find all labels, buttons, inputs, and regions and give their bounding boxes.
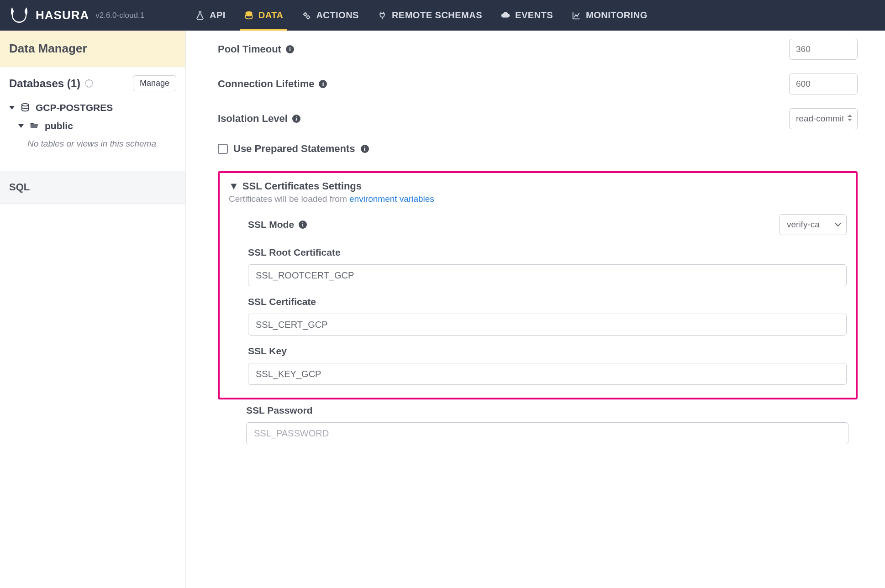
- nav-tab-label: REMOTE SCHEMAS: [392, 10, 482, 21]
- connection-lifetime-row: Connection Lifetime i: [218, 74, 858, 94]
- ssl-mode-row: SSL Mode i: [248, 214, 847, 235]
- database-icon: [19, 103, 31, 113]
- env-vars-link[interactable]: environment variables: [349, 194, 434, 204]
- database-icon: [244, 10, 254, 21]
- ssl-root-cert-label: SSL Root Certificate: [248, 247, 847, 258]
- ssl-cert-block: SSL Certificate: [248, 296, 847, 336]
- nav-tab-data[interactable]: DATA: [235, 0, 293, 31]
- ssl-section-subtitle: Certificates will be loaded from environ…: [229, 194, 847, 204]
- nav-tabs: API DATA ACTIONS REMOTE SCHEMAS EVENTS: [186, 0, 657, 31]
- connection-lifetime-input[interactable]: [789, 74, 858, 94]
- tree-node-schema[interactable]: public: [7, 117, 182, 135]
- folder-open-icon: [28, 121, 40, 131]
- brand-version: v2.6.0-cloud.1: [95, 11, 144, 20]
- top-nav: HASURA v2.6.0-cloud.1 API DATA ACTIONS: [0, 0, 885, 31]
- chevron-down-icon: [18, 124, 24, 128]
- content-pane: Pool Timeout i Connection Lifetime i Iso…: [186, 31, 885, 588]
- isolation-level-select[interactable]: [789, 108, 858, 129]
- brand-area: HASURA v2.6.0-cloud.1: [0, 0, 186, 31]
- use-prepared-row[interactable]: Use Prepared Statements i: [218, 143, 858, 155]
- pool-timeout-label: Pool Timeout: [218, 43, 281, 55]
- ssl-key-input[interactable]: [248, 363, 847, 385]
- checkbox-icon[interactable]: [218, 144, 228, 154]
- connection-lifetime-label: Connection Lifetime: [218, 78, 314, 90]
- nav-tab-label: MONITORING: [586, 10, 648, 21]
- isolation-level-row: Isolation Level i: [218, 108, 858, 129]
- tree-empty-text: No tables or views in this schema: [7, 135, 182, 152]
- info-icon[interactable]: i: [299, 220, 307, 229]
- nav-tab-events[interactable]: EVENTS: [491, 0, 562, 31]
- gear-icon: [301, 10, 311, 21]
- nav-tab-api[interactable]: API: [186, 0, 235, 31]
- ssl-password-label: SSL Password: [246, 405, 848, 416]
- info-icon[interactable]: i: [286, 45, 294, 53]
- tree-node-label: GCP-POSTGRES: [36, 102, 113, 113]
- ssl-key-block: SSL Key: [248, 346, 847, 385]
- nav-tab-actions[interactable]: ACTIONS: [292, 0, 368, 31]
- ssl-password-block: SSL Password: [218, 405, 858, 444]
- ssl-mode-select[interactable]: [779, 214, 847, 235]
- manage-button[interactable]: Manage: [133, 75, 176, 91]
- ssl-mode-label: SSL Mode: [248, 219, 294, 230]
- tree-node-database[interactable]: GCP-POSTGRES: [7, 99, 182, 117]
- hasura-logo-icon: [9, 5, 29, 26]
- nav-tab-monitoring[interactable]: MONITORING: [562, 0, 657, 31]
- info-icon[interactable]: i: [292, 115, 300, 123]
- ssl-section-title: SSL Certificates Settings: [242, 180, 362, 192]
- info-icon[interactable]: i: [361, 145, 369, 153]
- use-prepared-label: Use Prepared Statements: [233, 143, 355, 155]
- nav-tab-remote-schemas[interactable]: REMOTE SCHEMAS: [368, 0, 491, 31]
- databases-label: Databases (1): [9, 77, 93, 90]
- ssl-cert-label: SSL Certificate: [248, 296, 847, 307]
- flask-icon: [195, 10, 205, 21]
- pool-timeout-row: Pool Timeout i: [218, 39, 858, 60]
- databases-header: Databases (1) Manage: [0, 67, 185, 96]
- brand-name: HASURA: [36, 8, 89, 22]
- sidebar-title: Data Manager: [0, 31, 185, 67]
- plug-icon: [377, 10, 387, 21]
- svg-point-3: [22, 104, 29, 106]
- caret-down-icon: ▼: [229, 180, 239, 192]
- nav-tab-label: EVENTS: [515, 10, 553, 21]
- ssl-cert-input[interactable]: [248, 314, 847, 336]
- ssl-root-cert-input[interactable]: [248, 264, 847, 286]
- ssl-key-label: SSL Key: [248, 346, 847, 357]
- ssl-fields: SSL Mode i SSL Root Certificate: [229, 214, 847, 385]
- sidebar: Data Manager Databases (1) Manage GCP-PO…: [0, 31, 186, 588]
- main-layout: Data Manager Databases (1) Manage GCP-PO…: [0, 31, 885, 588]
- chart-icon: [571, 10, 581, 21]
- nav-tab-label: API: [210, 10, 226, 21]
- svg-point-2: [307, 16, 310, 18]
- cloud-icon: [500, 10, 511, 21]
- sql-link[interactable]: SQL: [0, 171, 185, 204]
- ssl-password-input[interactable]: [246, 422, 848, 444]
- pool-timeout-input[interactable]: [789, 39, 858, 60]
- chevron-down-icon: [9, 106, 15, 110]
- isolation-level-label: Isolation Level: [218, 113, 288, 125]
- nav-tab-label: DATA: [258, 10, 284, 21]
- loading-spinner-icon: [85, 79, 93, 88]
- ssl-section-toggle[interactable]: ▼ SSL Certificates Settings: [229, 180, 847, 192]
- svg-point-1: [304, 13, 307, 16]
- tree-node-label: public: [45, 121, 73, 131]
- info-icon[interactable]: i: [319, 80, 327, 88]
- ssl-settings-highlight: ▼ SSL Certificates Settings Certificates…: [218, 171, 858, 399]
- database-tree: GCP-POSTGRES public No tables or views i…: [0, 96, 185, 152]
- nav-tab-label: ACTIONS: [316, 10, 359, 21]
- ssl-root-cert-block: SSL Root Certificate: [248, 247, 847, 286]
